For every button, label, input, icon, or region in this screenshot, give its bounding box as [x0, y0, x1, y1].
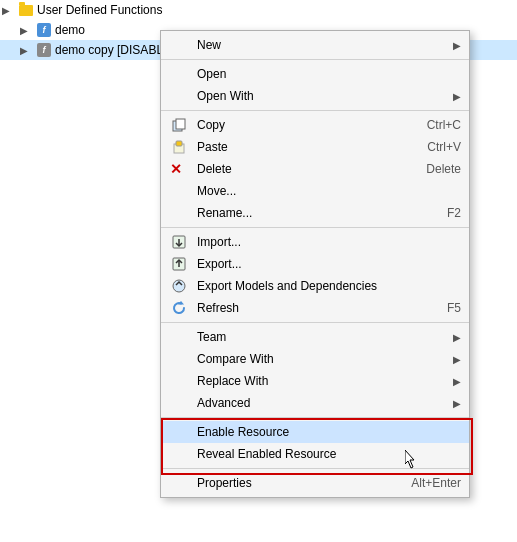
menu-item-export-models[interactable]: Export Models and Dependencies: [161, 275, 469, 297]
refresh-shortcut: F5: [447, 301, 461, 315]
menu-item-reveal-enabled[interactable]: Reveal Enabled Resource: [161, 443, 469, 465]
tree-expand-arrow: ▶: [2, 5, 18, 16]
menu-item-reveal-enabled-label: Reveal Enabled Resource: [197, 447, 336, 461]
context-menu: New ▶ Open Open With ▶ Copy Ctrl+C: [160, 30, 470, 498]
tree-panel: ▶ User Defined Functions ▶ demo ▶ demo c…: [0, 0, 517, 542]
menu-item-properties-label: Properties: [197, 476, 252, 490]
separator-4: [161, 417, 469, 418]
menu-item-rename[interactable]: Rename... F2: [161, 202, 469, 224]
menu-item-delete[interactable]: ✕ Delete Delete: [161, 158, 469, 180]
separator-1: [161, 110, 469, 111]
menu-item-compare-with[interactable]: Compare With ▶: [161, 348, 469, 370]
tree-root-item[interactable]: ▶ User Defined Functions: [0, 0, 517, 20]
rename-shortcut: F2: [447, 206, 461, 220]
delete-shortcut: Delete: [426, 162, 461, 176]
separator-5: [161, 468, 469, 469]
tree-demo-label: demo: [55, 23, 85, 37]
tree-expand-arrow-copy: ▶: [20, 45, 36, 56]
submenu-arrow-compare: ▶: [453, 354, 461, 365]
tree-expand-arrow-demo: ▶: [20, 25, 36, 36]
import-icon: [169, 232, 189, 252]
menu-item-advanced-label: Advanced: [197, 396, 250, 410]
menu-item-open-with[interactable]: Open With ▶: [161, 85, 469, 107]
menu-item-export-models-label: Export Models and Dependencies: [197, 279, 377, 293]
menu-item-refresh[interactable]: Refresh F5: [161, 297, 469, 319]
menu-item-team-label: Team: [197, 330, 226, 344]
menu-item-copy[interactable]: Copy Ctrl+C: [161, 114, 469, 136]
menu-item-move-label: Move...: [197, 184, 236, 198]
submenu-arrow-new: ▶: [453, 40, 461, 51]
menu-item-enable-resource-label: Enable Resource: [197, 425, 289, 439]
export-models-icon: [169, 276, 189, 296]
separator-3: [161, 322, 469, 323]
menu-item-open-label: Open: [197, 67, 226, 81]
submenu-arrow-advanced: ▶: [453, 398, 461, 409]
menu-item-enable-resource[interactable]: Enable Resource: [161, 421, 469, 443]
export-icon: [169, 254, 189, 274]
menu-item-copy-label: Copy: [197, 118, 225, 132]
menu-item-import-label: Import...: [197, 235, 241, 249]
menu-item-refresh-label: Refresh: [197, 301, 239, 315]
copy-icon: [169, 115, 189, 135]
menu-item-replace-with[interactable]: Replace With ▶: [161, 370, 469, 392]
menu-item-export[interactable]: Export...: [161, 253, 469, 275]
menu-item-rename-label: Rename...: [197, 206, 252, 220]
copy-shortcut: Ctrl+C: [427, 118, 461, 132]
submenu-arrow-open-with: ▶: [453, 91, 461, 102]
menu-item-compare-with-label: Compare With: [197, 352, 274, 366]
menu-item-open[interactable]: Open: [161, 63, 469, 85]
menu-item-open-with-label: Open With: [197, 89, 254, 103]
menu-item-properties[interactable]: Properties Alt+Enter: [161, 472, 469, 494]
paste-shortcut: Ctrl+V: [427, 140, 461, 154]
delete-icon: ✕: [169, 162, 183, 176]
menu-item-import[interactable]: Import...: [161, 231, 469, 253]
tree-root-label: User Defined Functions: [37, 3, 162, 17]
menu-item-paste-label: Paste: [197, 140, 228, 154]
properties-shortcut: Alt+Enter: [411, 476, 461, 490]
menu-item-team[interactable]: Team ▶: [161, 326, 469, 348]
paste-icon: [169, 137, 189, 157]
menu-item-move[interactable]: Move...: [161, 180, 469, 202]
separator-2: [161, 227, 469, 228]
menu-item-replace-with-label: Replace With: [197, 374, 268, 388]
separator-0: [161, 59, 469, 60]
menu-item-new[interactable]: New ▶: [161, 34, 469, 56]
svg-rect-3: [176, 141, 182, 146]
submenu-arrow-team: ▶: [453, 332, 461, 343]
folder-icon: [18, 2, 34, 18]
menu-item-new-label: New: [197, 38, 221, 52]
func-icon-demo: [36, 22, 52, 38]
submenu-arrow-replace: ▶: [453, 376, 461, 387]
refresh-icon: [169, 298, 189, 318]
menu-item-delete-label: Delete: [197, 162, 232, 176]
menu-item-advanced[interactable]: Advanced ▶: [161, 392, 469, 414]
menu-item-paste[interactable]: Paste Ctrl+V: [161, 136, 469, 158]
func-icon-copy: [36, 42, 52, 58]
svg-rect-1: [176, 119, 185, 129]
menu-item-export-label: Export...: [197, 257, 242, 271]
